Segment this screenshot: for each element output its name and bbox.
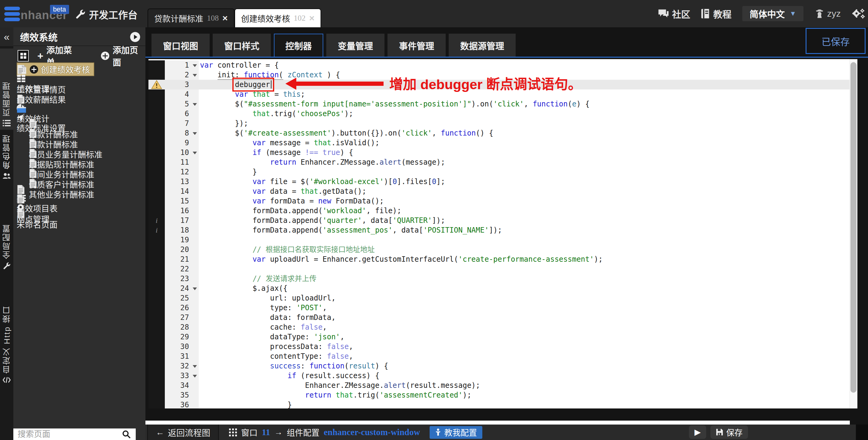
line-number[interactable]: 7 — [165, 119, 191, 128]
code-line[interactable]: 36 } — [149, 400, 849, 408]
code-line[interactable]: 3 debugger — [149, 80, 849, 89]
code-line[interactable]: 19 — [149, 235, 849, 245]
gutter-marker[interactable] — [149, 255, 165, 264]
breadcrumb-window-number[interactable]: 11 — [262, 427, 270, 437]
line-number[interactable]: 29 — [165, 332, 191, 342]
user-menu[interactable]: zyz — [814, 8, 841, 19]
code-line[interactable]: 6 that.trig('choosePos'); — [149, 109, 849, 119]
gutter-marker[interactable] — [149, 148, 165, 157]
line-number[interactable]: 18 — [165, 225, 191, 235]
code-line[interactable]: 33 if (result.success) { — [149, 371, 849, 381]
line-number[interactable]: 33 — [165, 371, 191, 381]
editor-tab-数据源管理[interactable]: 数据源管理 — [449, 34, 516, 57]
fold-arrow-icon[interactable] — [191, 284, 199, 293]
fold-arrow-icon[interactable] — [191, 371, 199, 381]
fold-arrow-icon[interactable] — [191, 361, 199, 371]
line-number[interactable]: 3 — [165, 80, 191, 89]
collapse-sidebar-button[interactable]: « — [0, 27, 13, 46]
gutter-marker[interactable] — [149, 332, 165, 342]
line-number[interactable]: 36 — [165, 400, 191, 408]
editor-tab-窗口样式[interactable]: 窗口样式 — [213, 34, 271, 57]
code-line[interactable]: 24 $.ajax({ — [149, 284, 849, 293]
community-link[interactable]: 社区 — [658, 7, 690, 20]
scrollbar-thumb[interactable] — [850, 62, 857, 393]
code-line[interactable]: 30 processData: false, — [149, 342, 849, 351]
rail-tab-custom-http-api[interactable]: 自定义 Http 接口 — [0, 286, 13, 386]
code-line[interactable]: 13 var file = $('#workload-excel')[0].fi… — [149, 177, 849, 186]
gutter-marker[interactable] — [149, 400, 165, 408]
line-number[interactable]: 25 — [165, 293, 191, 303]
editor-tab-控制器[interactable]: 控制器 — [274, 34, 323, 57]
line-number[interactable]: 17 — [165, 215, 191, 225]
code-line[interactable]: 15 var formData = new FormData(); — [149, 196, 849, 206]
line-number[interactable]: 13 — [165, 177, 191, 186]
line-number[interactable]: 4 — [165, 89, 191, 99]
code-line[interactable]: 20 // 根据接口名获取实际接口地址地址 — [149, 245, 849, 255]
line-number[interactable]: 19 — [165, 235, 191, 245]
code-line[interactable]: 32 success: function(result) { — [149, 361, 849, 371]
language-selector[interactable]: 简体中文 ▼ — [742, 6, 803, 21]
info-icon[interactable]: i — [149, 215, 165, 225]
line-number[interactable]: 14 — [165, 186, 191, 196]
fold-arrow-icon[interactable] — [191, 70, 199, 80]
gutter-marker[interactable] — [149, 196, 165, 206]
code-line[interactable]: 1var controller = { — [149, 60, 849, 70]
rail-tab-page-management[interactable]: 页面管理 — [0, 49, 13, 130]
gutter-marker[interactable] — [149, 322, 165, 332]
gutter-marker[interactable] — [149, 264, 165, 274]
gutter-marker[interactable] — [149, 128, 165, 138]
search-icon[interactable] — [122, 430, 131, 439]
gutter-marker[interactable] — [149, 245, 165, 255]
code-line[interactable]: 11 return Enhancer.ZMessage.alert(messag… — [149, 157, 849, 167]
gutter-marker[interactable] — [149, 313, 165, 322]
gutter-marker[interactable] — [149, 167, 165, 177]
gutter-marker[interactable] — [149, 177, 165, 186]
code-line[interactable]: 27 data: formData, — [149, 313, 849, 322]
save-button[interactable]: 保存 — [710, 426, 748, 439]
run-button[interactable]: ▶ — [689, 426, 706, 439]
line-number[interactable]: 9 — [165, 138, 191, 148]
code-line[interactable]: 25 url: uploadUrl, — [149, 293, 849, 303]
line-number[interactable]: 31 — [165, 351, 191, 361]
warning-icon[interactable] — [149, 80, 165, 89]
code-line[interactable]: 14 var data = that.getData(); — [149, 186, 849, 196]
gutter-marker[interactable] — [149, 186, 165, 196]
gutter-marker[interactable] — [149, 351, 165, 361]
line-number[interactable]: 21 — [165, 255, 191, 264]
code-line[interactable]: 22 — [149, 264, 849, 274]
editor-tab-窗口视图[interactable]: 窗口视图 — [152, 34, 210, 57]
doc-tab-create-assessment[interactable]: 创建绩效考核 102 × — [235, 8, 321, 27]
line-number[interactable]: 34 — [165, 381, 191, 390]
fold-arrow-icon[interactable] — [191, 148, 199, 157]
rail-tab-global-config[interactable]: 全局配置 — [0, 197, 13, 273]
line-number[interactable]: 5 — [165, 99, 191, 109]
code-line[interactable]: i18 formData.append('assessment_pos', da… — [149, 225, 849, 235]
gutter-marker[interactable] — [149, 157, 165, 167]
line-number[interactable]: 10 — [165, 148, 191, 157]
line-number[interactable]: 11 — [165, 157, 191, 167]
fold-arrow-icon[interactable] — [191, 99, 199, 109]
gutter-marker[interactable] — [149, 89, 165, 99]
code-line[interactable]: 28 cache: false, — [149, 322, 849, 332]
line-number[interactable]: 16 — [165, 206, 191, 215]
tree-item[interactable]: 未命名页面 — [13, 214, 146, 225]
code-line[interactable]: 12 } — [149, 167, 849, 177]
line-number[interactable]: 22 — [165, 264, 191, 274]
gutter-marker[interactable] — [149, 119, 165, 128]
doc-tab-loan-standard[interactable]: 贷款计酬标准 108 × — [148, 8, 235, 27]
tutorial-link[interactable]: 教程 — [701, 7, 731, 20]
line-number[interactable]: 2 — [165, 70, 191, 80]
gutter-marker[interactable] — [149, 235, 165, 245]
close-icon[interactable]: × — [222, 13, 228, 23]
line-number[interactable]: 30 — [165, 342, 191, 351]
code-line[interactable]: 21 var uploadUrl = Enhancer.getCustomInt… — [149, 255, 849, 264]
code-line[interactable]: 4 var that = this; — [149, 89, 849, 99]
gutter-marker[interactable] — [149, 293, 165, 303]
code-line[interactable]: 35 return that.trig('assessmentCreated')… — [149, 390, 849, 400]
line-number[interactable]: 27 — [165, 313, 191, 322]
code-line[interactable]: 7 }); — [149, 119, 849, 128]
editor-tab-事件管理[interactable]: 事件管理 — [388, 34, 446, 57]
line-number[interactable]: 6 — [165, 109, 191, 119]
code-line[interactable]: 10 if (message !== true) { — [149, 148, 849, 157]
gutter-marker[interactable] — [149, 99, 165, 109]
